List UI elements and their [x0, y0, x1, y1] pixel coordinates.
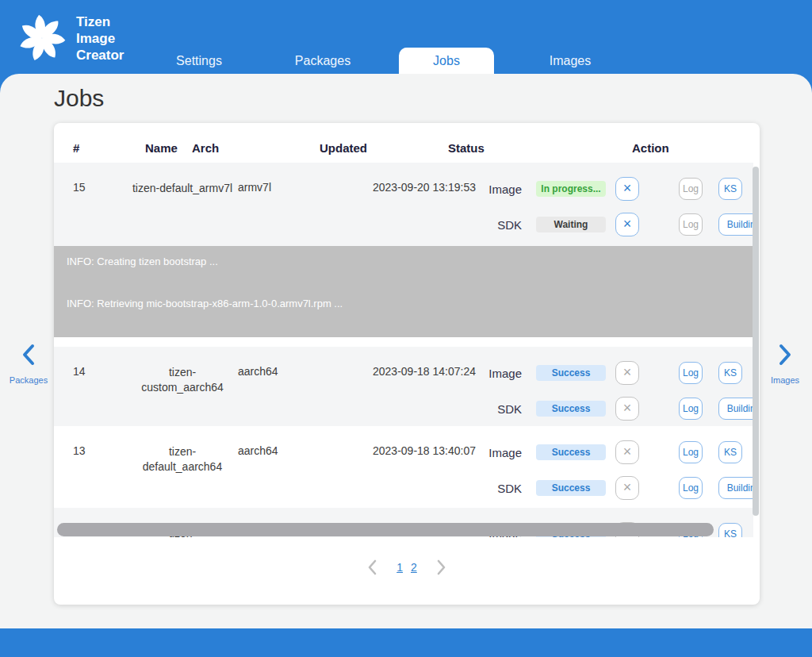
app-window: Tizen Image Creator Settings Packages Jo…	[0, 0, 812, 657]
subrow-kind-label: Image	[450, 366, 522, 379]
ks-button[interactable]: KS	[718, 523, 742, 538]
cancel-button[interactable]: ×	[615, 361, 639, 385]
close-icon: ×	[623, 479, 632, 496]
close-icon: ×	[623, 216, 632, 232]
status-badge: Success	[536, 365, 606, 381]
subrow-kind-label: Image	[450, 445, 522, 459]
tab-packages[interactable]: Packages	[275, 48, 370, 74]
app-header: Tizen Image Creator Settings Packages Jo…	[0, 0, 812, 74]
logo-title-line: Image	[76, 30, 124, 47]
logo-title-line: Creator	[76, 47, 124, 63]
column-header-name: Name	[145, 141, 178, 155]
cancel-button[interactable]: ×	[615, 177, 639, 201]
subrow-kind-label: Image	[450, 182, 522, 195]
close-icon: ×	[623, 364, 632, 381]
ks-button[interactable]: KS	[718, 441, 742, 463]
horizontal-scrollbar[interactable]	[57, 523, 714, 536]
cancel-button[interactable]: ×	[615, 397, 639, 421]
log-button[interactable]: Log	[679, 178, 703, 200]
log-button[interactable]: Log	[679, 398, 703, 420]
column-header-status: Status	[448, 141, 485, 155]
log-button[interactable]: Log	[679, 362, 703, 384]
app-logo: Tizen Image Creator	[13, 5, 124, 68]
chevron-left-icon	[19, 344, 38, 366]
vertical-scrollbar[interactable]	[753, 167, 759, 516]
cancel-button[interactable]: ×	[615, 440, 639, 464]
chevron-right-icon	[776, 344, 795, 366]
column-header-action: Action	[632, 141, 669, 155]
status-badge: Success	[536, 444, 606, 460]
tizen-pinwheel-icon	[13, 5, 71, 68]
column-header-num: #	[73, 141, 79, 155]
main-tabs: Settings Packages Jobs Images	[151, 48, 646, 74]
nav-packages[interactable]: Packages	[3, 344, 54, 385]
logo-title-line: Tizen	[76, 13, 124, 30]
footer-strip	[0, 628, 812, 657]
ks-button[interactable]: KS	[718, 362, 742, 384]
building-button[interactable]: Building	[718, 398, 753, 420]
chevron-left-icon[interactable]	[365, 559, 381, 576]
building-button[interactable]: Building	[718, 477, 753, 499]
subrow-kind-label: SDK	[450, 402, 522, 415]
log-button[interactable]: Log	[679, 477, 703, 499]
column-header-arch: Arch	[192, 141, 219, 155]
table-row: 15 tizen-default_armv7l armv7l 2023-09-2…	[54, 163, 753, 246]
log-button[interactable]: Log	[679, 441, 703, 463]
page-title: Jobs	[54, 85, 104, 112]
tab-images[interactable]: Images	[523, 48, 618, 74]
table-body: 15 tizen-default_armv7l armv7l 2023-09-2…	[54, 163, 753, 537]
status-badge: Waiting	[536, 217, 606, 232]
nav-images-label: Images	[760, 375, 810, 385]
close-icon: ×	[623, 400, 632, 417]
close-icon: ×	[623, 180, 632, 197]
subrow-kind-label: SDK	[450, 217, 522, 231]
table-row: 14 tizen-custom_aarch64 aarch64 2023-09-…	[54, 347, 753, 426]
column-header-updated: Updated	[320, 141, 367, 155]
status-badge: Success	[536, 480, 606, 496]
nav-packages-label: Packages	[3, 375, 54, 385]
page-link-1[interactable]: 1	[396, 561, 403, 574]
log-line: INFO: Retrieving mic-bootstrap-x86-arm-1…	[67, 298, 753, 309]
ks-button[interactable]: KS	[718, 178, 742, 200]
page-link-2[interactable]: 2	[411, 561, 417, 574]
close-icon: ×	[623, 444, 632, 460]
subrow-kind-label: SDK	[450, 481, 522, 494]
tab-settings[interactable]: Settings	[151, 48, 247, 74]
tab-jobs[interactable]: Jobs	[399, 48, 494, 74]
chevron-right-icon[interactable]	[433, 559, 449, 576]
content-panel: Jobs # Name Arch Updated Status Action 1…	[0, 74, 812, 628]
log-line: INFO: Creating tizen bootstrap ...	[67, 256, 753, 267]
status-badge: Success	[536, 401, 606, 417]
pagination: 1 2	[54, 551, 760, 583]
cancel-button[interactable]: ×	[615, 476, 639, 500]
job-log-panel: INFO: Creating tizen bootstrap ... INFO:…	[54, 246, 753, 337]
cancel-button[interactable]: ×	[615, 213, 639, 236]
table-row: 13 tizen-default_aarch64 aarch64 2023-09…	[54, 426, 753, 508]
building-button[interactable]: Building	[718, 213, 753, 236]
status-badge: In progress...	[536, 181, 606, 197]
jobs-table-card: # Name Arch Updated Status Action 15 tiz…	[54, 123, 760, 605]
log-button[interactable]: Log	[679, 213, 703, 236]
nav-images[interactable]: Images	[760, 344, 810, 385]
logo-title: Tizen Image Creator	[76, 5, 124, 63]
